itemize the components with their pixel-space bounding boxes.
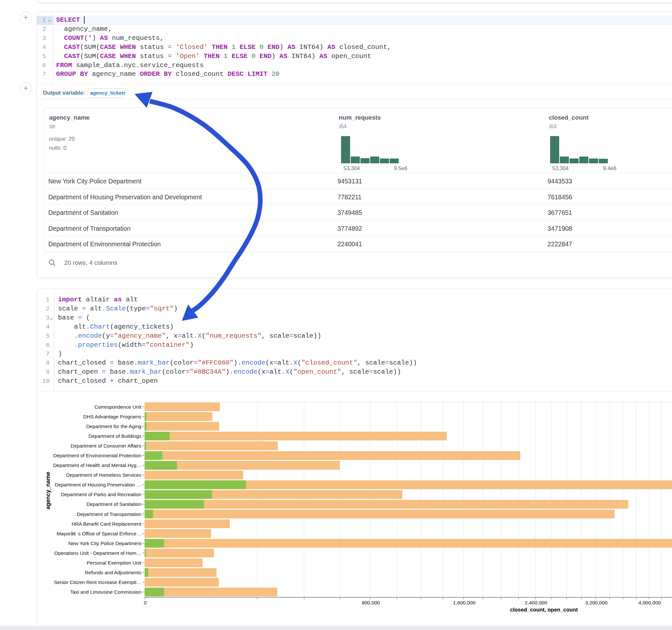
svg-text:Department for the Aging: Department for the Aging (86, 423, 141, 429)
svg-text:Refunds and Adjustments: Refunds and Adjustments (85, 570, 142, 575)
svg-text:2,400,000: 2,400,000 (525, 600, 547, 605)
svg-text:Senior Citizen Rent Increase E: Senior Citizen Rent Increase Exempti… (54, 579, 141, 585)
svg-text:Department of Environmental Pr: Department of Environmental Protection (53, 453, 141, 458)
svg-text:Department of Housing Preserva: Department of Housing Preservation … (55, 482, 141, 487)
svg-text:Department of Buildings: Department of Buildings (89, 433, 142, 439)
svg-text:Department of Parks and Recrea: Department of Parks and Recreation (61, 492, 141, 497)
svg-text:Correspondence Unit: Correspondence Unit (94, 404, 141, 410)
svg-text:Operations Unit - Department o: Operations Unit - Department of Hom… (54, 550, 141, 556)
svg-text:HRA Benefit Card Replacement: HRA Benefit Card Replacement (72, 521, 142, 527)
svg-text:Department of Sanitation: Department of Sanitation (87, 501, 141, 507)
svg-text:3,200,000: 3,200,000 (585, 600, 607, 605)
svg-text:agency_name: agency_name (45, 472, 51, 509)
svg-text:1,600,000: 1,600,000 (453, 600, 476, 605)
svg-text:800,000: 800,000 (362, 600, 380, 605)
svg-text:Taxi and Limousine Commission: Taxi and Limousine Commission (70, 589, 141, 595)
svg-text:closed_count, open_count: closed_count, open_count (510, 607, 578, 612)
svg-text:Department of Consumer Affairs: Department of Consumer Affairs (71, 443, 142, 449)
svg-text:0: 0 (144, 600, 147, 605)
svg-text:Department of Transportation: Department of Transportation (77, 511, 141, 517)
svg-text:Mayorâ€ s Office of Special E: Mayorâ€ s Office of Special Enforce… (57, 531, 141, 536)
svg-text:Department of Health and Menta: Department of Health and Mental Hyg… (53, 462, 141, 468)
svg-text:DHS Advantage Programs: DHS Advantage Programs (83, 414, 142, 419)
svg-text:Personal Exemption Unit: Personal Exemption Unit (87, 560, 142, 565)
svg-text:Department of Homeless Service: Department of Homeless Services (66, 472, 141, 478)
svg-text:4,000,000: 4,000,000 (639, 600, 661, 605)
svg-text:New York City Police Departmen: New York City Police Department (68, 540, 142, 546)
